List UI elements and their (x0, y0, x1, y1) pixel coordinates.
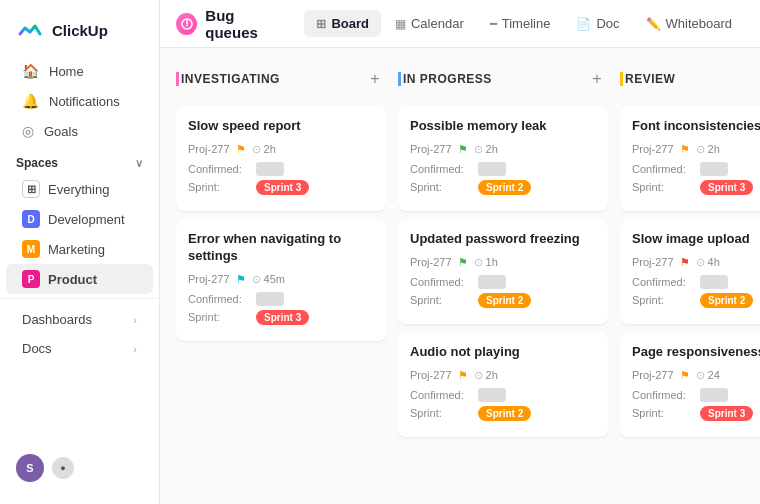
spaces-label: Spaces (16, 156, 58, 170)
confirmed-toggle[interactable] (478, 275, 506, 289)
sidebar-nav-dashboards[interactable]: Dashboards › (6, 305, 153, 334)
sidebar-nav-notifications-label: Notifications (49, 94, 120, 109)
product-icon: P (22, 270, 40, 288)
sidebar-item-development[interactable]: D Development (6, 204, 153, 234)
tab-doc[interactable]: 📄 Doc (564, 10, 631, 37)
column-title-investigating: INVESTIGATING (176, 72, 280, 86)
time-info: ⊙ 1h (474, 256, 498, 269)
sprint-badge[interactable]: Sprint 3 (700, 406, 753, 421)
card-title: Page responsiveness Issu (632, 344, 760, 361)
time-icon: ⊙ (252, 143, 261, 156)
sprint-row: Sprint: Sprint 3 (632, 406, 760, 421)
sidebar-nav-docs[interactable]: Docs › (6, 334, 153, 363)
development-icon: D (22, 210, 40, 228)
time-info: ⊙ 2h (252, 143, 276, 156)
column-title-review: REVIEW (620, 72, 675, 86)
card-proj: Proj-277 (410, 256, 452, 268)
column-title-in-progress: IN PROGRESS (398, 72, 492, 86)
card-proj: Proj-277 (632, 143, 674, 155)
spaces-section-header: Spaces ∨ (0, 146, 159, 174)
confirmed-toggle[interactable] (478, 162, 506, 176)
card-c5[interactable]: Audio not playing Proj-277 ⚑ ⊙ 2h Confir… (398, 332, 608, 437)
confirmed-toggle[interactable] (700, 388, 728, 402)
sidebar-item-product[interactable]: P Product (6, 264, 153, 294)
flag-icon: ⚑ (458, 256, 468, 269)
card-title: Possible memory leak (410, 118, 596, 135)
sidebar: ClickUp 🏠 Home 🔔 Notifications ◎ Goals S… (0, 0, 160, 504)
time-info: ⊙ 24 (696, 369, 720, 382)
sidebar-item-everything-label: Everything (48, 182, 109, 197)
time-icon: ⊙ (696, 369, 705, 382)
tab-whiteboard[interactable]: ✏️ Whiteboard (634, 10, 744, 37)
card-meta: Proj-277 ⚑ ⊙ 2h (410, 369, 596, 382)
sidebar-nav-notifications[interactable]: 🔔 Notifications (6, 86, 153, 116)
card-c3[interactable]: Possible memory leak Proj-277 ⚑ ⊙ 2h Con… (398, 106, 608, 211)
sprint-badge[interactable]: Sprint 3 (256, 310, 309, 325)
sidebar-item-marketing[interactable]: M Marketing (6, 234, 153, 264)
sidebar-nav-goals-label: Goals (44, 124, 78, 139)
card-title: Updated password freezing (410, 231, 596, 248)
sidebar-nav-dashboards-label: Dashboards (22, 312, 92, 327)
tab-whiteboard-label: Whiteboard (666, 16, 732, 31)
confirmed-label: Confirmed: (188, 163, 250, 175)
card-meta: Proj-277 ⚑ ⊙ 2h (188, 143, 374, 156)
sprint-badge[interactable]: Sprint 2 (478, 406, 531, 421)
confirmed-toggle[interactable] (700, 275, 728, 289)
sidebar-nav-home[interactable]: 🏠 Home (6, 56, 153, 86)
sidebar-nav-goals[interactable]: ◎ Goals (6, 116, 153, 146)
column-add-button-in-progress[interactable]: + (586, 68, 608, 90)
sidebar-item-development-label: Development (48, 212, 125, 227)
sprint-badge[interactable]: Sprint 2 (478, 180, 531, 195)
sidebar-item-marketing-label: Marketing (48, 242, 105, 257)
sidebar-item-everything[interactable]: ⊞ Everything (6, 174, 153, 204)
card-c2[interactable]: Error when navigating to settings Proj-2… (176, 219, 386, 341)
bug-queues-icon (176, 13, 197, 35)
user-secondary-avatar: ● (52, 457, 74, 479)
card-c8[interactable]: Page responsiveness Issu Proj-277 ⚑ ⊙ 24… (620, 332, 760, 437)
card-c4[interactable]: Updated password freezing Proj-277 ⚑ ⊙ 1… (398, 219, 608, 324)
card-c6[interactable]: Font inconsistencies Proj-277 ⚑ ⊙ 2h Con… (620, 106, 760, 211)
logo-text: ClickUp (52, 22, 108, 39)
time-icon: ⊙ (474, 256, 483, 269)
sprint-badge[interactable]: Sprint 2 (478, 293, 531, 308)
sprint-row: Sprint: Sprint 2 (410, 180, 596, 195)
card-c7[interactable]: Slow image upload Proj-277 ⚑ ⊙ 4h Confir… (620, 219, 760, 324)
column-header-investigating: INVESTIGATING+ (176, 64, 386, 98)
card-meta: Proj-277 ⚑ ⊙ 2h (410, 143, 596, 156)
column-review: REVIEW Font inconsistencies Proj-277 ⚑ ⊙… (620, 64, 760, 488)
sprint-label: Sprint: (410, 294, 472, 306)
page-title: Bug queues (205, 7, 288, 41)
confirmed-row: Confirmed: (632, 162, 760, 176)
time-icon: ⊙ (252, 273, 261, 286)
sidebar-item-product-label: Product (48, 272, 97, 287)
tab-board[interactable]: ⊞ Board (304, 10, 381, 37)
card-proj: Proj-277 (632, 256, 674, 268)
sprint-badge[interactable]: Sprint 3 (700, 180, 753, 195)
card-meta: Proj-277 ⚑ ⊙ 1h (410, 256, 596, 269)
sprint-badge[interactable]: Sprint 2 (700, 293, 753, 308)
clickup-logo-icon (16, 16, 44, 44)
sprint-badge[interactable]: Sprint 3 (256, 180, 309, 195)
card-meta: Proj-277 ⚑ ⊙ 24 (632, 369, 760, 382)
card-title: Error when navigating to settings (188, 231, 374, 265)
tab-calendar[interactable]: ▦ Calendar (383, 10, 476, 37)
main-content: Bug queues ⊞ Board ▦ Calendar ━ Timeline… (160, 0, 760, 504)
card-meta: Proj-277 ⚑ ⊙ 2h (632, 143, 760, 156)
time-info: ⊙ 4h (696, 256, 720, 269)
topbar-title-area: Bug queues (176, 7, 288, 41)
confirmed-toggle[interactable] (256, 292, 284, 306)
confirmed-toggle[interactable] (256, 162, 284, 176)
calendar-tab-icon: ▦ (395, 17, 406, 31)
confirmed-toggle[interactable] (478, 388, 506, 402)
card-c1[interactable]: Slow speed report Proj-277 ⚑ ⊙ 2h Confir… (176, 106, 386, 211)
column-add-button-investigating[interactable]: + (364, 68, 386, 90)
tab-board-label: Board (331, 16, 369, 31)
sprint-label: Sprint: (632, 181, 694, 193)
confirmed-toggle[interactable] (700, 162, 728, 176)
time-icon: ⊙ (474, 143, 483, 156)
confirmed-label: Confirmed: (188, 293, 250, 305)
user-avatar[interactable]: S (16, 454, 44, 482)
tab-timeline[interactable]: ━ Timeline (478, 10, 563, 37)
confirmed-label: Confirmed: (632, 163, 694, 175)
chevron-right-icon: › (133, 343, 137, 355)
